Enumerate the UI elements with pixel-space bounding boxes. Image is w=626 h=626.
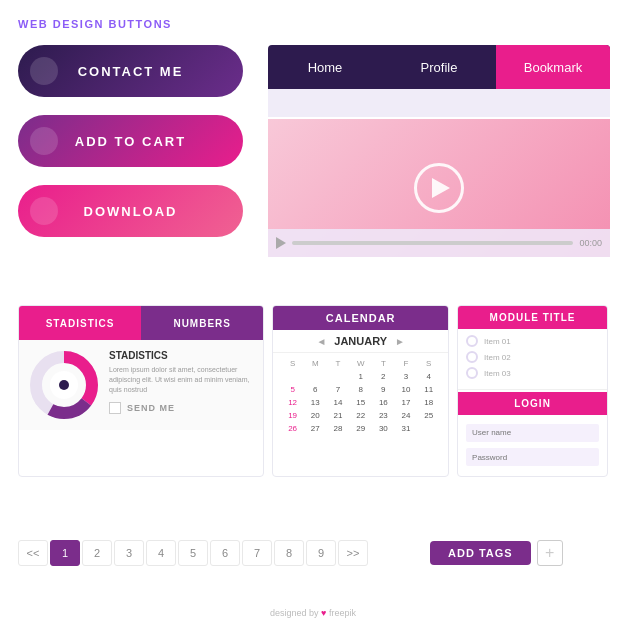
progress-bar[interactable]	[292, 241, 573, 245]
stats-tabs: STADISTICS NUMBERS	[19, 306, 263, 340]
day-header-mon: M	[304, 357, 327, 370]
svg-point-4	[59, 380, 69, 390]
send-checkbox[interactable]	[109, 402, 121, 414]
download-button[interactable]: DOWNLOAD	[18, 185, 243, 237]
contact-button[interactable]: CONTACT ME	[18, 45, 243, 97]
cal-day[interactable]: 24	[395, 409, 418, 422]
calendar-widget: CALENDAR ◄ JANUARY ► S M T W T F S	[272, 305, 449, 477]
cal-day[interactable]: 19	[281, 409, 304, 422]
next-page-button[interactable]: >>	[338, 540, 368, 566]
left-column: CONTACT ME ADD TO CART DOWNLOAD	[18, 45, 258, 255]
module-widget: MODULE TITLE Item 01 Item 02 Item 03 LOG…	[457, 305, 608, 477]
footer-heart-icon: ♥	[321, 608, 326, 618]
stats-info: STADISTICS Lorem ipsum dolor sit amet, c…	[109, 350, 253, 420]
video-controls: 00:00	[268, 229, 610, 257]
cal-day[interactable]	[281, 370, 304, 383]
tab-bookmark[interactable]: Bookmark	[496, 45, 610, 89]
cal-day[interactable]: 2	[372, 370, 395, 383]
cal-day[interactable]: 18	[417, 396, 440, 409]
module-item: Item 03	[466, 367, 599, 379]
video-player: 00:00	[268, 119, 610, 257]
item-dot	[466, 351, 478, 363]
ctrl-play-icon[interactable]	[276, 237, 286, 249]
cal-day[interactable]: 11	[417, 383, 440, 396]
page-8-button[interactable]: 8	[274, 540, 304, 566]
item-label: Item 01	[484, 337, 511, 346]
day-header-wed: W	[349, 357, 372, 370]
cal-day[interactable]: 22	[349, 409, 372, 422]
cal-day[interactable]: 10	[395, 383, 418, 396]
plus-button[interactable]: +	[537, 540, 563, 566]
username-input[interactable]	[466, 424, 599, 442]
page-6-button[interactable]: 6	[210, 540, 240, 566]
cal-day[interactable]: 31	[395, 422, 418, 435]
cal-day[interactable]: 1	[349, 370, 372, 383]
stats-text: Lorem ipsum dolor sit amet, consectetuer…	[109, 365, 253, 394]
tab-profile[interactable]: Profile	[382, 45, 496, 89]
day-header-sat: S	[417, 357, 440, 370]
next-month-arrow[interactable]: ►	[395, 336, 405, 347]
pagination: << 1 2 3 4 5 6 7 8 9 >>	[18, 540, 418, 566]
cal-day[interactable]: 23	[372, 409, 395, 422]
calendar-days-header: S M T W T F S	[281, 357, 440, 370]
right-column: Home Profile Bookmark 00:00	[268, 45, 610, 257]
calendar-header[interactable]: CALENDAR	[273, 306, 448, 330]
login-header[interactable]: LOGIN	[458, 392, 607, 415]
tab-home[interactable]: Home	[268, 45, 382, 89]
page-3-button[interactable]: 3	[114, 540, 144, 566]
cal-day[interactable]: 4	[417, 370, 440, 383]
cal-day[interactable]: 16	[372, 396, 395, 409]
cal-day[interactable]: 25	[417, 409, 440, 422]
calendar-days: 1 2 3 4 5 6 7 8 9 10 11 12 13 14 15 16 1	[281, 370, 440, 435]
prev-page-button[interactable]: <<	[18, 540, 48, 566]
nav-search-bar	[268, 89, 610, 117]
password-input[interactable]	[466, 448, 599, 466]
item-label: Item 03	[484, 369, 511, 378]
stats-heading: STADISTICS	[109, 350, 253, 361]
cal-day[interactable]: 28	[327, 422, 350, 435]
cal-day[interactable]	[327, 370, 350, 383]
item-label: Item 02	[484, 353, 511, 362]
footer-text: designed by	[270, 608, 319, 618]
page-7-button[interactable]: 7	[242, 540, 272, 566]
tab-statistics[interactable]: STADISTICS	[19, 306, 141, 340]
cal-day[interactable]: 26	[281, 422, 304, 435]
cal-day[interactable]: 13	[304, 396, 327, 409]
add-to-cart-button[interactable]: ADD TO CART	[18, 115, 243, 167]
page-1-button[interactable]: 1	[50, 540, 80, 566]
prev-month-arrow[interactable]: ◄	[316, 336, 326, 347]
play-icon	[432, 178, 450, 198]
day-header-fri: F	[395, 357, 418, 370]
time-display: 00:00	[579, 238, 602, 248]
cal-day[interactable]: 30	[372, 422, 395, 435]
bottom-section: STADISTICS NUMBERS STADISTICS Lorem ipsu…	[18, 305, 608, 477]
play-button[interactable]	[414, 163, 464, 213]
cal-day[interactable]: 27	[304, 422, 327, 435]
page-9-button[interactable]: 9	[306, 540, 336, 566]
cal-day[interactable]: 9	[372, 383, 395, 396]
page-4-button[interactable]: 4	[146, 540, 176, 566]
cal-day[interactable]: 17	[395, 396, 418, 409]
item-dot	[466, 335, 478, 347]
cal-day[interactable]: 8	[349, 383, 372, 396]
cal-day[interactable]	[417, 422, 440, 435]
module-item: Item 01	[466, 335, 599, 347]
page-title: WEB DESIGN BUTTONS	[18, 18, 608, 30]
cal-day[interactable]: 14	[327, 396, 350, 409]
tab-numbers[interactable]: NUMBERS	[141, 306, 263, 340]
cal-day[interactable]: 15	[349, 396, 372, 409]
cal-day[interactable]	[304, 370, 327, 383]
page-2-button[interactable]: 2	[82, 540, 112, 566]
nav-tabs: Home Profile Bookmark	[268, 45, 610, 89]
page-5-button[interactable]: 5	[178, 540, 208, 566]
cal-day[interactable]: 21	[327, 409, 350, 422]
cal-day[interactable]: 7	[327, 383, 350, 396]
cal-day[interactable]: 3	[395, 370, 418, 383]
cal-day[interactable]: 12	[281, 396, 304, 409]
cal-day[interactable]: 29	[349, 422, 372, 435]
cal-day[interactable]: 5	[281, 383, 304, 396]
add-tags-button[interactable]: ADD TAGS	[430, 541, 531, 565]
footer: designed by ♥ freepik	[0, 608, 626, 618]
cal-day[interactable]: 6	[304, 383, 327, 396]
cal-day[interactable]: 20	[304, 409, 327, 422]
